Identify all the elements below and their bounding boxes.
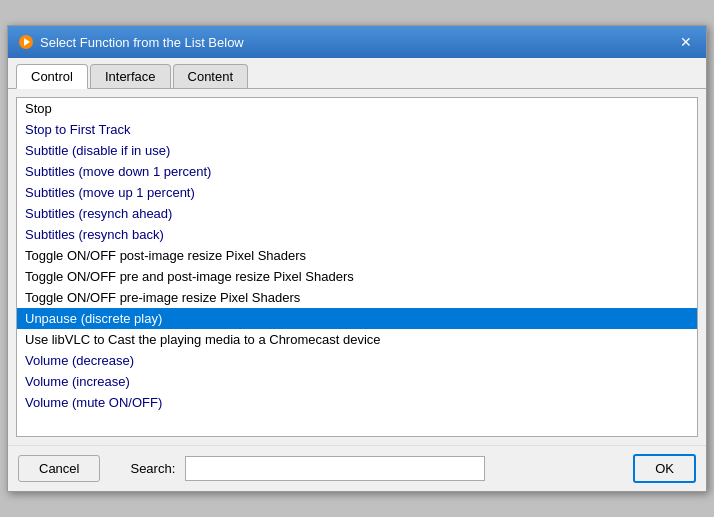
list-item[interactable]: Use libVLC to Cast the playing media to … (17, 329, 697, 350)
list-item[interactable]: Subtitles (resynch ahead) (17, 203, 697, 224)
title-bar: Select Function from the List Below ✕ (8, 26, 706, 58)
search-label: Search: (130, 461, 175, 476)
tab-interface[interactable]: Interface (90, 64, 171, 88)
list-item[interactable]: Subtitles (move down 1 percent) (17, 161, 697, 182)
list-item[interactable]: Volume (mute ON/OFF) (17, 392, 697, 413)
app-icon (18, 34, 34, 50)
list-item[interactable]: Toggle ON/OFF post-image resize Pixel Sh… (17, 245, 697, 266)
list-item[interactable]: Volume (decrease) (17, 350, 697, 371)
main-dialog: Select Function from the List Below ✕ Co… (7, 25, 707, 492)
search-input[interactable] (185, 456, 485, 481)
list-item[interactable]: Toggle ON/OFF pre and post-image resize … (17, 266, 697, 287)
tab-bar: Control Interface Content (8, 58, 706, 89)
list-item[interactable]: Unpause (discrete play) (17, 308, 697, 329)
tab-control[interactable]: Control (16, 64, 88, 89)
bottom-bar: Cancel Search: OK (8, 445, 706, 491)
list-item[interactable]: Toggle ON/OFF pre-image resize Pixel Sha… (17, 287, 697, 308)
tab-content[interactable]: Content (173, 64, 249, 88)
list-item[interactable]: Stop to First Track (17, 119, 697, 140)
list-item[interactable]: Subtitle (disable if in use) (17, 140, 697, 161)
function-list[interactable]: StopStop to First TrackSubtitle (disable… (16, 97, 698, 437)
dialog-title: Select Function from the List Below (40, 35, 244, 50)
list-item[interactable]: Volume (increase) (17, 371, 697, 392)
list-item[interactable]: Subtitles (resynch back) (17, 224, 697, 245)
ok-button[interactable]: OK (633, 454, 696, 483)
title-bar-left: Select Function from the List Below (18, 34, 244, 50)
cancel-button[interactable]: Cancel (18, 455, 100, 482)
list-item[interactable]: Stop (17, 98, 697, 119)
list-item[interactable]: Subtitles (move up 1 percent) (17, 182, 697, 203)
close-button[interactable]: ✕ (676, 32, 696, 52)
